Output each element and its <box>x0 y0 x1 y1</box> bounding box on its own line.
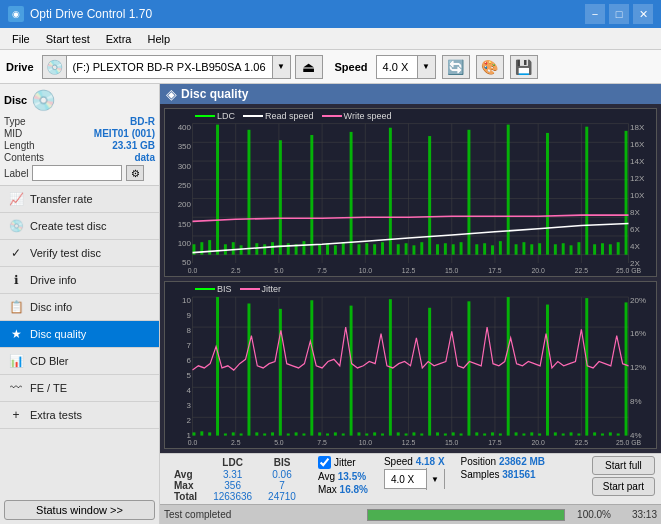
top-chart: LDC Read speed Write speed 400 350 30 <box>164 108 657 277</box>
y-label-right-20p: 20% <box>628 296 656 305</box>
menu-extra[interactable]: Extra <box>98 31 140 47</box>
nav-item-transfer-rate[interactable]: 📈 Transfer rate <box>0 186 159 213</box>
bottom-chart: BIS Jitter 10 9 8 7 6 5 4 3 <box>164 281 657 450</box>
nav-item-verify-disc[interactable]: ✓ Verify test disc <box>0 240 159 267</box>
svg-rect-52 <box>452 244 455 254</box>
y-label-1: 1 <box>165 431 193 440</box>
progress-percent: 100.0% <box>571 509 611 520</box>
svg-rect-24 <box>232 242 235 254</box>
stats-row-avg: Avg 3.31 0.06 <box>166 469 304 480</box>
nav-item-create-test[interactable]: 💿 Create test disc <box>0 213 159 240</box>
speed-stat-selector[interactable]: 4.0 X ▼ <box>384 469 445 489</box>
svg-rect-103 <box>200 431 203 435</box>
svg-rect-128 <box>397 432 400 435</box>
disc-label-input[interactable] <box>32 165 122 181</box>
nav-item-disc-quality[interactable]: ★ Disc quality <box>0 321 159 348</box>
svg-rect-22 <box>216 125 219 255</box>
close-button[interactable]: ✕ <box>633 4 653 24</box>
stats-avg-ldc: 3.31 <box>205 469 260 480</box>
y-label-3: 3 <box>165 401 193 410</box>
svg-rect-30 <box>279 140 282 254</box>
y-label-right-12x: 12X <box>628 174 656 183</box>
drive-selector[interactable]: 💿 (F:) PLEXTOR BD-R PX-LB950SA 1.06 ▼ <box>42 55 291 79</box>
y-label-4: 4 <box>165 386 193 395</box>
nav-item-extra-tests[interactable]: + Extra tests <box>0 402 159 429</box>
nav-item-cd-bler[interactable]: 📊 CD Bler <box>0 348 159 375</box>
write-speed-color <box>322 115 342 117</box>
svg-text:10.0: 10.0 <box>359 267 372 275</box>
top-chart-legend: LDC Read speed Write speed <box>195 111 391 121</box>
menu-start-test[interactable]: Start test <box>38 31 98 47</box>
jitter-checkbox[interactable] <box>318 456 331 469</box>
svg-text:5.0: 5.0 <box>274 437 284 446</box>
svg-rect-124 <box>365 433 368 435</box>
y-label-right-6x: 6X <box>628 225 656 234</box>
y-label-300: 300 <box>165 162 193 171</box>
theme-button[interactable]: 🎨 <box>476 55 504 79</box>
svg-rect-58 <box>499 241 502 255</box>
svg-rect-31 <box>287 243 290 254</box>
svg-rect-107 <box>232 432 235 435</box>
main-content: Disc 💿 Type BD-R MID MEIT01 (001) Length… <box>0 84 661 524</box>
speed-selector[interactable]: 4.0 X ▼ <box>376 55 436 79</box>
disc-length-value: 23.31 GB <box>112 140 155 151</box>
svg-rect-156 <box>617 433 620 435</box>
svg-rect-70 <box>593 244 596 254</box>
disc-label-label: Label <box>4 168 28 179</box>
save-button[interactable]: 💾 <box>510 55 538 79</box>
start-full-button[interactable]: Start full <box>592 456 655 475</box>
legend-ldc-label: LDC <box>217 111 235 121</box>
svg-rect-61 <box>522 242 525 254</box>
legend-write-speed: Write speed <box>322 111 392 121</box>
menu-help[interactable]: Help <box>139 31 178 47</box>
svg-rect-54 <box>467 130 470 255</box>
svg-rect-123 <box>357 432 360 435</box>
svg-rect-121 <box>342 433 345 435</box>
drive-dropdown-arrow[interactable]: ▼ <box>272 56 290 78</box>
drive-icon: 💿 <box>43 56 67 78</box>
nav-item-drive-info[interactable]: ℹ Drive info <box>0 267 159 294</box>
refresh-button[interactable]: 🔄 <box>442 55 470 79</box>
svg-rect-140 <box>491 432 494 435</box>
disc-label-button[interactable]: ⚙ <box>126 165 144 181</box>
legend-bis: BIS <box>195 284 232 294</box>
svg-rect-27 <box>255 243 258 254</box>
svg-rect-117 <box>310 300 313 435</box>
svg-rect-139 <box>483 433 486 435</box>
eject-button[interactable]: ⏏ <box>295 55 323 79</box>
svg-rect-129 <box>405 433 408 435</box>
nav-item-fe-te[interactable]: 〰 FE / TE <box>0 375 159 402</box>
speed-stat-dropdown-arrow[interactable]: ▼ <box>426 468 444 490</box>
status-window-button[interactable]: Status window >> <box>4 500 155 520</box>
start-part-button[interactable]: Start part <box>592 477 655 496</box>
y-label-100: 100 <box>165 239 193 248</box>
disc-quality-icon: ★ <box>8 326 24 342</box>
legend-read-speed-label: Read speed <box>265 111 314 121</box>
col-header-ldc: LDC <box>205 456 260 469</box>
y-label-50: 50 <box>165 258 193 267</box>
svg-rect-142 <box>507 297 510 436</box>
svg-rect-63 <box>538 243 541 254</box>
svg-rect-43 <box>381 242 384 254</box>
svg-rect-120 <box>334 432 337 435</box>
minimize-button[interactable]: − <box>585 4 605 24</box>
disc-contents-label: Contents <box>4 152 44 163</box>
speed-dropdown-arrow[interactable]: ▼ <box>417 56 435 78</box>
stats-max-bis: 7 <box>260 480 304 491</box>
verify-disc-icon: ✓ <box>8 245 24 261</box>
bottom-chart-svg: 0.0 2.5 5.0 7.5 10.0 12.5 15.0 17.5 20.0… <box>165 282 656 449</box>
svg-rect-145 <box>530 432 533 435</box>
menu-file[interactable]: File <box>4 31 38 47</box>
nav-item-disc-info[interactable]: 📋 Disc info <box>0 294 159 321</box>
svg-rect-48 <box>420 242 423 254</box>
svg-rect-132 <box>428 307 431 435</box>
legend-write-speed-label: Write speed <box>344 111 392 121</box>
svg-rect-56 <box>483 243 486 254</box>
maximize-button[interactable]: □ <box>609 4 629 24</box>
transfer-rate-icon: 📈 <box>8 191 24 207</box>
action-buttons: Start full Start part <box>592 456 655 496</box>
legend-read-speed: Read speed <box>243 111 314 121</box>
svg-rect-126 <box>381 433 384 435</box>
nav-label-extra-tests: Extra tests <box>30 409 82 421</box>
disc-panel-header: Disc 💿 <box>4 88 155 112</box>
